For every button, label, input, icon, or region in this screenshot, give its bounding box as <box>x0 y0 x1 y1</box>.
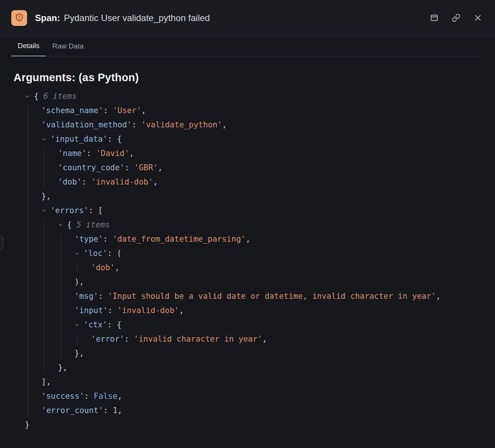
token-k: 'country_code' <box>58 163 125 172</box>
token-p: : [ <box>88 206 103 215</box>
token-k: 'type' <box>74 235 103 244</box>
token-p: { <box>34 92 43 101</box>
drawer-resize-handle[interactable] <box>0 236 3 249</box>
tree-line: 'validation_method': 'validate_python', <box>11 118 484 132</box>
token-s: 'David' <box>96 149 129 158</box>
tree-line: 'input_data': { <box>11 132 484 146</box>
token-p: }, <box>58 363 67 372</box>
alert-shield-icon <box>11 10 27 26</box>
tree-line: { 6 items <box>11 89 484 103</box>
token-p: , <box>179 306 184 315</box>
indent-guide <box>77 262 77 274</box>
token-p: : ( <box>107 249 121 258</box>
token-s: 'invalid character in year' <box>134 334 262 344</box>
token-k: 'schema_name' <box>41 106 103 115</box>
token-p: : <box>98 292 108 301</box>
token-p: : <box>82 177 91 186</box>
collapse-toggle-icon[interactable] <box>58 222 67 227</box>
tab-details[interactable]: Details <box>11 36 46 56</box>
tree-line: 'input': 'invalid-dob', <box>11 303 484 318</box>
tab-raw-data[interactable]: Raw Data <box>46 36 90 56</box>
tree-line: 'name': 'David', <box>11 146 484 160</box>
token-k: 'success' <box>41 392 84 401</box>
tab-bar-container: Details Raw Data <box>0 36 495 56</box>
open-in-panel-button[interactable] <box>428 12 440 24</box>
tree-line: 'error_count': 1, <box>11 403 484 418</box>
token-k: 'error_count' <box>41 406 103 415</box>
token-s: 'dob' <box>91 263 115 272</box>
arguments-tree: { 6 items'schema_name': 'User','validati… <box>11 89 484 432</box>
header-actions <box>428 12 484 24</box>
close-button[interactable] <box>472 12 484 24</box>
indent-guide <box>77 333 77 345</box>
token-s: 'invalid-dob' <box>117 306 179 315</box>
token-k: 'validation_method' <box>41 120 132 129</box>
token-s: 'User' <box>113 106 141 115</box>
token-p: : <box>103 235 112 244</box>
tree-line: 'dob': 'invalid-dob', <box>11 175 484 189</box>
tree-line: }, <box>11 360 484 375</box>
tree-line: } <box>11 418 484 432</box>
token-p: , <box>117 406 122 415</box>
token-p: : <box>125 163 134 172</box>
token-k: 'loc' <box>84 249 107 258</box>
token-p: , <box>117 392 122 401</box>
collapse-toggle-icon[interactable] <box>74 251 84 256</box>
token-m: 5 items <box>76 220 110 229</box>
token-p: }, <box>41 192 51 201</box>
tree-line: 'errors': [ <box>11 203 484 218</box>
span-title-text: Pydantic User validate_python failed <box>64 13 210 23</box>
token-k: 'ctx' <box>84 320 107 329</box>
token-s: 'validate_python' <box>141 120 222 129</box>
tree-line: 'type': 'date_from_datetime_parsing', <box>11 232 484 246</box>
token-p: : <box>103 106 112 115</box>
token-k: 'input' <box>74 306 108 315</box>
token-n: 1 <box>113 406 118 415</box>
copy-link-button[interactable] <box>450 12 462 24</box>
token-p: ), <box>74 277 84 286</box>
token-p: , <box>158 163 163 172</box>
token-p: : <box>103 406 112 415</box>
token-p: : <box>132 120 141 129</box>
token-k: 'errors' <box>50 206 88 215</box>
tree-line: }, <box>11 346 484 360</box>
collapse-toggle-icon[interactable] <box>25 94 34 99</box>
tree-line: 'error': 'invalid character in year', <box>11 332 484 346</box>
token-p: } <box>25 420 30 429</box>
collapse-toggle-icon[interactable] <box>74 322 84 327</box>
token-p: , <box>222 120 227 129</box>
token-p: , <box>129 149 134 158</box>
token-p: { <box>67 220 76 229</box>
token-s: 'invalid-dob' <box>91 177 153 186</box>
token-p: : { <box>107 320 121 329</box>
token-s: 'Input should be a valid date or datetim… <box>108 292 436 301</box>
token-p: , <box>153 177 158 186</box>
collapse-toggle-icon[interactable] <box>41 137 50 142</box>
close-icon <box>474 14 482 22</box>
token-p: , <box>141 106 146 115</box>
span-title: Span:Pydantic User validate_python faile… <box>35 13 421 23</box>
token-p: : <box>87 149 96 158</box>
link-icon <box>452 14 460 22</box>
tree-line: 'schema_name': 'User', <box>11 103 484 118</box>
token-p: , <box>436 292 441 301</box>
token-p: ], <box>41 377 51 386</box>
indent-guide <box>44 219 44 374</box>
tree-line: ), <box>11 275 484 289</box>
tree-line: 'success': False, <box>11 389 484 403</box>
token-p: , <box>115 263 120 272</box>
indent-guide <box>44 147 44 188</box>
token-m: 6 items <box>43 92 77 101</box>
token-s: 'GBR' <box>134 163 158 172</box>
token-p: : { <box>108 135 122 144</box>
arguments-heading: Arguments: (as Python) <box>14 71 484 84</box>
collapse-toggle-icon[interactable] <box>41 208 50 213</box>
tree-line: 'ctx': { <box>11 318 484 332</box>
span-title-label: Span: <box>35 13 60 23</box>
token-p: , <box>262 334 267 344</box>
token-k: 'msg' <box>74 292 98 301</box>
token-k: 'name' <box>58 149 87 158</box>
span-panel-header: Span:Pydantic User validate_python faile… <box>0 0 495 36</box>
tree-line: { 5 items <box>11 218 484 232</box>
token-k: 'input_data' <box>50 135 108 144</box>
